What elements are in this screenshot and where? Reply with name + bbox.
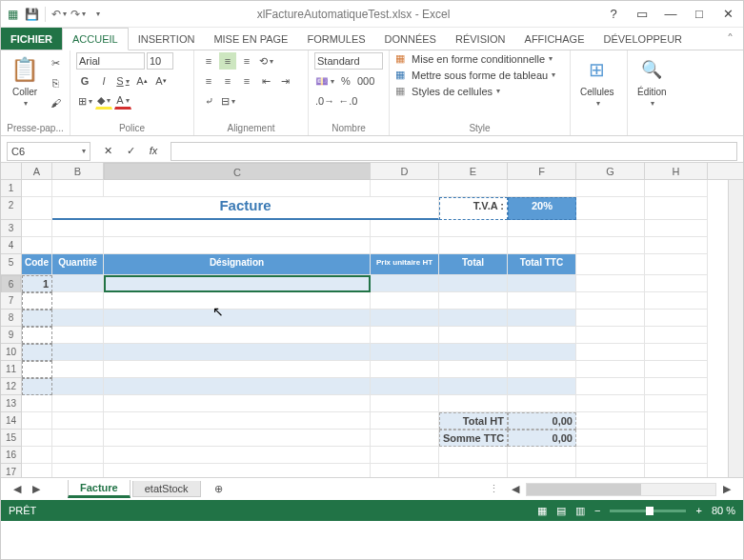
tab-donnees[interactable]: DONNÉES: [375, 28, 446, 50]
row-3[interactable]: 3: [1, 220, 21, 237]
col-E[interactable]: E: [439, 163, 508, 179]
row-1[interactable]: 1: [1, 180, 21, 197]
ribbon-collapse-icon[interactable]: ˄: [717, 28, 743, 50]
cell-C6-selected[interactable]: [104, 275, 371, 292]
tab-insertion[interactable]: INSERTION: [129, 28, 205, 50]
row-7[interactable]: 7: [1, 292, 21, 310]
conditional-formatting-button[interactable]: ▦ Mise en forme conditionnelle▾: [395, 52, 553, 65]
accounting-format-icon[interactable]: 💷▾: [314, 72, 335, 90]
row-15[interactable]: 15: [1, 430, 21, 447]
format-as-table-button[interactable]: ▦ Mettre sous forme de tableau▾: [395, 69, 555, 81]
cell-A6[interactable]: 1: [22, 275, 52, 292]
font-size-select[interactable]: [147, 52, 173, 70]
row-12[interactable]: 12: [1, 378, 21, 395]
align-right-icon[interactable]: ≡: [238, 72, 255, 90]
zoom-in-icon[interactable]: +: [695, 505, 701, 516]
zoom-level[interactable]: 80 %: [712, 505, 735, 516]
qat-customize-icon[interactable]: ▾: [90, 7, 105, 22]
copy-icon[interactable]: ⎘: [47, 74, 64, 91]
col-B[interactable]: B: [52, 163, 104, 179]
select-all-corner[interactable]: [1, 163, 22, 179]
tab-affichage[interactable]: AFFICHAGE: [515, 28, 594, 50]
tab-developpeur[interactable]: DÉVELOPPEUR: [594, 28, 693, 50]
border-button[interactable]: ⊞▾: [76, 92, 93, 110]
col-C[interactable]: C: [104, 163, 371, 180]
format-painter-icon[interactable]: 🖌: [47, 94, 64, 111]
font-shrink-icon[interactable]: A▾: [152, 72, 170, 90]
align-center-icon[interactable]: ≡: [219, 72, 236, 90]
col-D[interactable]: D: [371, 163, 439, 179]
close-icon[interactable]: ✕: [716, 7, 739, 21]
fx-icon[interactable]: fx: [144, 145, 163, 157]
align-left-icon[interactable]: ≡: [200, 72, 217, 90]
row-5[interactable]: 5: [1, 254, 21, 275]
row-10[interactable]: 10: [1, 344, 21, 361]
col-G[interactable]: G: [576, 163, 645, 179]
redo-icon[interactable]: ↷▾: [70, 7, 86, 22]
row-13[interactable]: 13: [1, 395, 21, 412]
tab-nav-prev-icon[interactable]: ◀: [9, 481, 26, 498]
zoom-out-icon[interactable]: −: [594, 505, 600, 516]
underline-button[interactable]: S▾: [114, 72, 131, 90]
tab-formules[interactable]: FORMULES: [297, 28, 374, 50]
number-format-select[interactable]: [314, 52, 383, 70]
view-normal-icon[interactable]: ▦: [537, 505, 547, 517]
hscroll-left-icon[interactable]: ◀: [507, 481, 524, 498]
tab-accueil[interactable]: ACCUEIL: [62, 28, 129, 50]
sheet-tab-facture[interactable]: Facture: [68, 480, 131, 498]
percent-format-icon[interactable]: %: [337, 72, 354, 90]
tab-mise-en-page[interactable]: MISE EN PAGE: [204, 28, 297, 50]
hscroll-right-icon[interactable]: ▶: [718, 481, 735, 498]
paste-button[interactable]: 📋 Coller ▾: [7, 52, 43, 110]
view-layout-icon[interactable]: ▤: [556, 505, 566, 517]
font-color-button[interactable]: A▾: [114, 92, 131, 110]
row-11[interactable]: 11: [1, 361, 21, 378]
minimize-icon[interactable]: ―: [659, 7, 682, 21]
col-F[interactable]: F: [508, 163, 576, 179]
cut-icon[interactable]: ✂: [47, 54, 64, 71]
formula-cancel-icon[interactable]: ✕: [98, 145, 117, 157]
name-box[interactable]: C6▾: [7, 142, 90, 161]
merge-button[interactable]: ⊟▾: [219, 92, 236, 110]
row-16[interactable]: 16: [1, 447, 21, 464]
edition-button[interactable]: 🔍Édition▾: [633, 52, 671, 110]
decrease-decimal-icon[interactable]: ←.0: [337, 92, 358, 110]
align-bottom-icon[interactable]: ≡: [238, 52, 255, 70]
bold-button[interactable]: G: [76, 72, 93, 90]
row-9[interactable]: 9: [1, 327, 21, 344]
row-4[interactable]: 4: [1, 237, 21, 254]
comma-format-icon[interactable]: 000: [356, 72, 375, 90]
cell-styles-button[interactable]: ▦ Styles de cellules▾: [395, 85, 500, 97]
row-2[interactable]: 2: [1, 197, 21, 220]
row-8[interactable]: 8: [1, 310, 21, 327]
italic-button[interactable]: I: [95, 72, 112, 90]
row-6[interactable]: 6: [1, 275, 21, 292]
new-sheet-icon[interactable]: ⊕: [211, 481, 228, 498]
indent-increase-icon[interactable]: ⇥: [276, 72, 293, 90]
formula-accept-icon[interactable]: ✓: [121, 145, 140, 157]
zoom-slider[interactable]: [610, 510, 686, 512]
increase-decimal-icon[interactable]: .0→: [314, 92, 335, 110]
cell-area[interactable]: Facture T.V.A : 20% Code Quantité Désign…: [22, 180, 728, 477]
view-pagebreak-icon[interactable]: ▥: [575, 505, 585, 517]
align-middle-icon[interactable]: ≡: [219, 52, 236, 70]
restore-icon[interactable]: □: [688, 7, 711, 21]
row-17[interactable]: 17: [1, 464, 21, 477]
ribbon-options-icon[interactable]: ▭: [631, 7, 654, 21]
spreadsheet-grid[interactable]: A B C D E F G H 1 2 3 4 5 6 7 8 9 10 11 …: [1, 163, 743, 477]
row-14[interactable]: 14: [1, 412, 21, 430]
align-top-icon[interactable]: ≡: [200, 52, 217, 70]
tab-revision[interactable]: RÉVISION: [446, 28, 515, 50]
tab-file[interactable]: FICHIER: [1, 28, 62, 50]
sheet-tab-etatstock[interactable]: etatStock: [132, 481, 201, 497]
horizontal-scrollbar[interactable]: [526, 483, 716, 496]
excel-app-icon[interactable]: ▦: [5, 7, 20, 22]
wrap-text-icon[interactable]: ⤶: [200, 92, 217, 110]
font-name-select[interactable]: [76, 52, 145, 70]
fill-color-button[interactable]: ◆▾: [95, 92, 112, 110]
col-H[interactable]: H: [645, 163, 708, 179]
vertical-scrollbar[interactable]: [728, 180, 743, 477]
formula-input[interactable]: [171, 142, 737, 161]
orientation-icon[interactable]: ⟲▾: [257, 52, 274, 70]
undo-icon[interactable]: ↶▾: [51, 7, 67, 22]
